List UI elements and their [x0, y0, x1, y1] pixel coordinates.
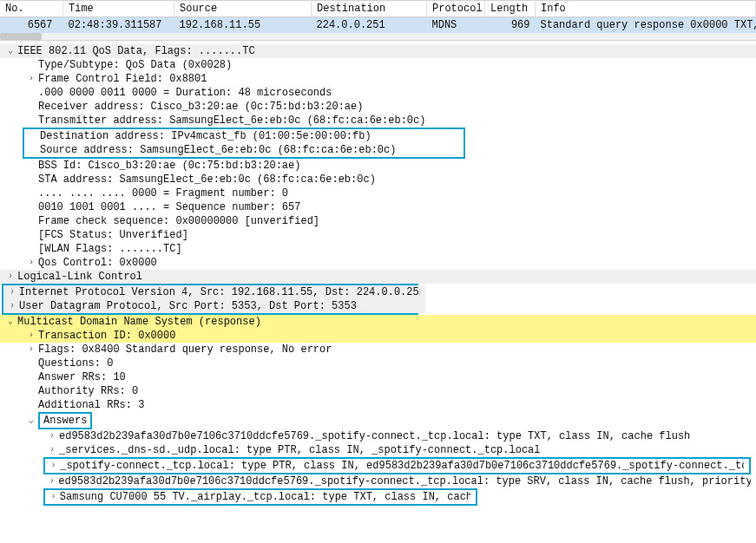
chevron-down-icon[interactable]: ⌄ — [5, 315, 16, 329]
tree-duration-label: .000 0000 0011 0000 = Duration: 48 micro… — [38, 86, 332, 100]
tree-fcs[interactable]: › Frame check sequence: 0x00000000 [unve… — [0, 214, 756, 228]
tree-mdns-authority-rrs[interactable]: › Authority RRs: 0 — [0, 384, 756, 398]
chevron-right-icon[interactable]: › — [26, 343, 36, 357]
highlight-box-ip-udp: › Internet Protocol Version 4, Src: 192.… — [2, 284, 418, 315]
col-destination[interactable]: Destination — [312, 1, 427, 17]
tree-wlan-flags-label: [WLAN Flags: .......TC] — [38, 242, 182, 256]
chevron-right-icon[interactable]: › — [26, 72, 36, 86]
tree-mdns-label: Multicast Domain Name System (response) — [17, 315, 261, 329]
chevron-right-icon[interactable]: › — [47, 474, 56, 488]
tree-fragment-number[interactable]: › .... .... .... 0000 = Fragment number:… — [0, 186, 756, 200]
cell-protocol: MDNS — [427, 17, 485, 34]
cell-no: 6567 — [0, 17, 63, 34]
tree-duration[interactable]: › .000 0000 0011 0000 = Duration: 48 mic… — [0, 86, 756, 100]
tree-type-subtype[interactable]: › Type/Subtype: QoS Data (0x0028) — [0, 58, 756, 72]
tree-answer-4[interactable]: › Samsung CU7000 55 TV._airplay._tcp.loc… — [45, 490, 476, 504]
tree-answer-3-label: ed9583d2b239afa30d7b0e7106c3710ddcfe5769… — [58, 474, 751, 488]
tree-fcf[interactable]: › Frame Control Field: 0x8801 — [0, 72, 756, 86]
tree-fcf-label: Frame Control Field: 0x8801 — [38, 72, 207, 86]
chevron-right-icon[interactable]: › — [49, 459, 58, 473]
highlight-box-dest-src: › Destination address: IPv4mcast_fb (01:… — [23, 128, 465, 159]
highlight-box-answer-2: › _spotify-connect._tcp.local: type PTR,… — [43, 457, 751, 474]
tree-receiver-addr[interactable]: › Receiver address: Cisco_b3:20:ae (0c:7… — [0, 100, 756, 114]
tree-fragment-number-label: .... .... .... 0000 = Fragment number: 0 — [38, 186, 288, 200]
col-source[interactable]: Source — [174, 1, 312, 17]
tree-llc-label: Logical-Link Control — [17, 270, 142, 284]
chevron-right-icon[interactable]: › — [26, 256, 36, 270]
tree-mdns[interactable]: ⌄ Multicast Domain Name System (response… — [0, 315, 756, 329]
tree-mdns-questions[interactable]: › Questions: 0 — [0, 357, 756, 370]
tree-qos-control[interactable]: › Qos Control: 0x0000 — [0, 256, 756, 270]
packet-list-header-row[interactable]: No. Time Source Destination Protocol Len… — [0, 1, 756, 17]
tree-source-addr[interactable]: › Source address: SamsungElect_6e:eb:0c … — [24, 143, 463, 157]
cell-info: Standard query response 0x0000 TXT, cach… — [536, 17, 756, 34]
tree-mdns-answer-rrs[interactable]: › Answer RRs: 10 — [0, 370, 756, 384]
cell-length: 969 — [485, 17, 536, 34]
tree-sta-addr[interactable]: › STA address: SamsungElect_6e:eb:0c (68… — [0, 173, 756, 186]
tree-mdns-additional-rrs-label: Additional RRs: 3 — [38, 398, 144, 412]
tree-sequence-number[interactable]: › 0010 1001 0001 .... = Sequence number:… — [0, 200, 756, 214]
tree-transmitter-addr[interactable]: › Transmitter address: SamsungElect_6e:e… — [0, 114, 756, 128]
tree-mdns-flags[interactable]: › Flags: 0x8400 Standard query response,… — [0, 343, 756, 357]
tree-mdns-questions-label: Questions: 0 — [38, 357, 113, 370]
packet-list-hscrollbar[interactable] — [0, 33, 756, 41]
packet-list-hscrollbar-thumb[interactable] — [0, 33, 42, 40]
tree-answer-2[interactable]: › _spotify-connect._tcp.local: type PTR,… — [45, 459, 749, 473]
tree-mdns-answers[interactable]: ⌄ Answers — [0, 412, 756, 429]
chevron-right-icon[interactable]: › — [5, 270, 16, 284]
tree-bssid[interactable]: › BSS Id: Cisco_b3:20:ae (0c:75:bd:b3:20… — [0, 159, 756, 173]
chevron-right-icon[interactable]: › — [7, 299, 17, 313]
chevron-right-icon[interactable]: › — [49, 490, 58, 504]
chevron-right-icon[interactable]: › — [47, 443, 57, 457]
tree-answer-2-label: _spotify-connect._tcp.local: type PTR, c… — [60, 459, 744, 473]
tree-receiver-addr-label: Receiver address: Cisco_b3:20:ae (0c:75:… — [38, 100, 363, 114]
tree-answer-3[interactable]: › ed9583d2b239afa30d7b0e7106c3710ddcfe57… — [0, 474, 756, 488]
tree-source-addr-label: Source address: SamsungElect_6e:eb:0c (6… — [40, 143, 396, 157]
col-protocol[interactable]: Protocol — [427, 1, 485, 17]
packet-details-tree[interactable]: ⌄ IEEE 802.11 QoS Data, Flags: .......TC… — [0, 41, 756, 511]
tree-llc[interactable]: › Logical-Link Control — [0, 270, 756, 284]
packet-row-selected[interactable]: 6567 02:48:39.311587 192.168.11.55 224.0… — [0, 17, 756, 34]
tree-fcs-status[interactable]: › [FCS Status: Unverified] — [0, 228, 756, 242]
tree-qos-control-label: Qos Control: 0x0000 — [38, 256, 157, 270]
packet-list-table[interactable]: No. Time Source Destination Protocol Len… — [0, 0, 756, 33]
chevron-right-icon[interactable]: › — [47, 429, 57, 443]
col-no[interactable]: No. — [0, 1, 63, 17]
tree-mdns-additional-rrs[interactable]: › Additional RRs: 3 — [0, 398, 756, 412]
tree-sequence-number-label: 0010 1001 0001 .... = Sequence number: 6… — [38, 200, 300, 214]
tree-answer-0-label: ed9583d2b239afa30d7b0e7106c3710ddcfe5769… — [59, 429, 690, 443]
tree-ieee80211[interactable]: ⌄ IEEE 802.11 QoS Data, Flags: .......TC — [0, 44, 756, 58]
tree-fcs-status-label: [FCS Status: Unverified] — [38, 228, 188, 242]
tree-transmitter-addr-label: Transmitter address: SamsungElect_6e:eb:… — [38, 114, 425, 128]
col-info[interactable]: Info — [536, 1, 756, 17]
tree-ip-label: Internet Protocol Version 4, Src: 192.16… — [19, 285, 420, 299]
tree-mdns-answer-rrs-label: Answer RRs: 10 — [38, 370, 126, 384]
tree-ieee80211-label: IEEE 802.11 QoS Data, Flags: .......TC — [17, 44, 255, 58]
cell-destination: 224.0.0.251 — [312, 17, 427, 34]
cell-source: 192.168.11.55 — [174, 17, 312, 34]
cell-time: 02:48:39.311587 — [63, 17, 174, 34]
tree-answer-0[interactable]: › ed9583d2b239afa30d7b0e7106c3710ddcfe57… — [0, 429, 756, 443]
tree-fcs-label: Frame check sequence: 0x00000000 [unveri… — [38, 214, 319, 228]
tree-answer-1[interactable]: › _services._dns-sd._udp.local: type PTR… — [0, 443, 756, 457]
tree-type-subtype-label: Type/Subtype: QoS Data (0x0028) — [38, 58, 232, 72]
tree-destination-addr-label: Destination address: IPv4mcast_fb (01:00… — [40, 129, 371, 143]
chevron-down-icon[interactable]: ⌄ — [5, 44, 16, 58]
highlight-box-answer-4: › Samsung CU7000 55 TV._airplay._tcp.loc… — [43, 488, 477, 506]
tree-udp[interactable]: › User Datagram Protocol, Src Port: 5353… — [3, 299, 425, 313]
tree-mdns-txid[interactable]: › Transaction ID: 0x0000 — [0, 329, 756, 343]
tree-sta-addr-label: STA address: SamsungElect_6e:eb:0c (68:f… — [38, 173, 376, 186]
tree-destination-addr[interactable]: › Destination address: IPv4mcast_fb (01:… — [24, 129, 463, 143]
tree-answer-4-label: Samsung CU7000 55 TV._airplay._tcp.local… — [60, 490, 470, 504]
chevron-right-icon[interactable]: › — [7, 285, 17, 299]
tree-answer-1-label: _services._dns-sd._udp.local: type PTR, … — [59, 443, 541, 457]
col-length[interactable]: Length — [485, 1, 536, 17]
tree-wlan-flags[interactable]: › [WLAN Flags: .......TC] — [0, 242, 756, 256]
tree-udp-label: User Datagram Protocol, Src Port: 5353, … — [19, 299, 357, 313]
tree-mdns-authority-rrs-label: Authority RRs: 0 — [38, 384, 138, 398]
chevron-down-icon[interactable]: ⌄ — [26, 414, 36, 428]
tree-mdns-txid-label: Transaction ID: 0x0000 — [38, 329, 175, 343]
tree-ip[interactable]: › Internet Protocol Version 4, Src: 192.… — [3, 285, 425, 299]
col-time[interactable]: Time — [63, 1, 174, 17]
chevron-right-icon[interactable]: › — [26, 329, 36, 343]
